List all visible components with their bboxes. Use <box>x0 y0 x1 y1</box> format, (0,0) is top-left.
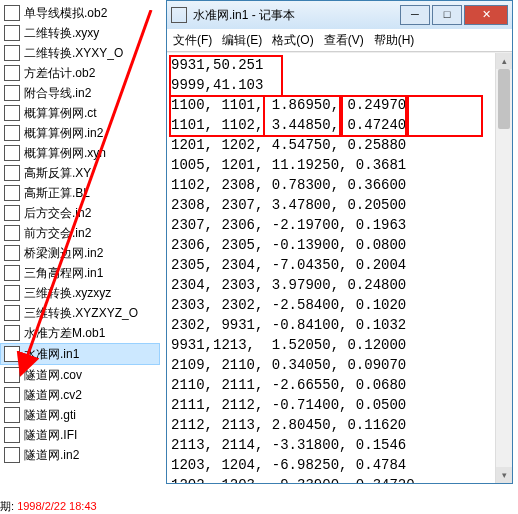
menu-file[interactable]: 文件(F) <box>173 32 212 49</box>
file-name: 方差估计.ob2 <box>24 65 95 82</box>
file-item[interactable]: 隧道网.in2 <box>0 445 160 465</box>
vertical-scrollbar[interactable]: ▴ ▾ <box>495 53 512 483</box>
file-item[interactable]: 水准方差M.ob1 <box>0 323 160 343</box>
file-icon <box>4 145 20 161</box>
file-icon <box>4 305 20 321</box>
file-item[interactable]: 高斯反算.XY <box>0 163 160 183</box>
title-bar[interactable]: 水准网.in1 - 记事本 ─ □ ✕ <box>167 1 512 29</box>
file-item[interactable]: 方差估计.ob2 <box>0 63 160 83</box>
file-icon <box>4 25 20 41</box>
file-name: 隧道网.cv2 <box>24 387 82 404</box>
file-name: 隧道网.cov <box>24 367 82 384</box>
file-item[interactable]: 隧道网.cv2 <box>0 385 160 405</box>
file-name: 后方交会.in2 <box>24 205 91 222</box>
file-icon <box>4 285 20 301</box>
text-content[interactable]: 9931,50.251 9999,41.103 1100, 1101, 1.86… <box>167 53 512 483</box>
file-item[interactable]: 后方交会.in2 <box>0 203 160 223</box>
file-item[interactable]: 隧道网.gti <box>0 405 160 425</box>
file-item[interactable]: 三角高程网.in1 <box>0 263 160 283</box>
file-item[interactable]: 附合导线.in2 <box>0 83 160 103</box>
menu-edit[interactable]: 编辑(E) <box>222 32 262 49</box>
file-name: 概算算例网.in2 <box>24 125 103 142</box>
file-icon <box>4 387 20 403</box>
file-name: 附合导线.in2 <box>24 85 91 102</box>
scroll-down-button[interactable]: ▾ <box>496 467 512 483</box>
file-icon <box>4 125 20 141</box>
file-icon <box>4 5 20 21</box>
file-name: 水准方差M.ob1 <box>24 325 105 342</box>
file-name: 二维转换.XYXY_O <box>24 45 123 62</box>
notepad-icon <box>171 7 187 23</box>
menu-help[interactable]: 帮助(H) <box>374 32 415 49</box>
file-item[interactable]: 前方交会.in2 <box>0 223 160 243</box>
file-icon <box>4 245 20 261</box>
status-date: 1998/2/22 18:43 <box>17 500 97 512</box>
file-name: 高斯正算.BL <box>24 185 90 202</box>
file-icon <box>4 65 20 81</box>
file-item[interactable]: 三维转换.xyzxyz <box>0 283 160 303</box>
file-name: 隧道网.gti <box>24 407 76 424</box>
file-item[interactable]: 隧道网.IFI <box>0 425 160 445</box>
file-icon <box>4 447 20 463</box>
file-item[interactable]: 概算算例网.xyn <box>0 143 160 163</box>
file-icon <box>4 225 20 241</box>
file-item[interactable]: 水准网.in1 <box>0 343 160 365</box>
file-icon <box>4 265 20 281</box>
status-bar: 期: 1998/2/22 18:43 <box>0 499 97 514</box>
file-icon <box>4 427 20 443</box>
file-name: 三角高程网.in1 <box>24 265 103 282</box>
file-item[interactable]: 二维转换.xyxy <box>0 23 160 43</box>
file-name: 三维转换.XYZXYZ_O <box>24 305 138 322</box>
window-title: 水准网.in1 - 记事本 <box>193 7 398 24</box>
file-icon <box>4 85 20 101</box>
status-label: 期: <box>0 500 14 512</box>
file-icon <box>4 205 20 221</box>
menu-bar: 文件(F) 编辑(E) 格式(O) 查看(V) 帮助(H) <box>167 29 512 52</box>
menu-format[interactable]: 格式(O) <box>272 32 313 49</box>
file-name: 水准网.in1 <box>24 346 79 363</box>
file-name: 二维转换.xyxy <box>24 25 99 42</box>
file-icon <box>4 45 20 61</box>
file-item[interactable]: 概算算例网.ct <box>0 103 160 123</box>
file-item[interactable]: 隧道网.cov <box>0 365 160 385</box>
file-item[interactable]: 桥梁测边网.in2 <box>0 243 160 263</box>
file-icon <box>4 407 20 423</box>
file-icon <box>4 325 20 341</box>
file-icon <box>4 185 20 201</box>
scroll-thumb[interactable] <box>498 69 510 129</box>
file-name: 高斯反算.XY <box>24 165 91 182</box>
file-list: 单导线模拟.ob2二维转换.xyxy二维转换.XYXY_O方差估计.ob2附合导… <box>0 0 160 465</box>
file-item[interactable]: 高斯正算.BL <box>0 183 160 203</box>
file-icon <box>4 346 20 362</box>
file-name: 三维转换.xyzxyz <box>24 285 111 302</box>
file-name: 概算算例网.ct <box>24 105 97 122</box>
file-icon <box>4 367 20 383</box>
file-name: 隧道网.in2 <box>24 447 79 464</box>
file-icon <box>4 105 20 121</box>
file-name: 概算算例网.xyn <box>24 145 106 162</box>
file-icon <box>4 165 20 181</box>
minimize-button[interactable]: ─ <box>400 5 430 25</box>
menu-view[interactable]: 查看(V) <box>324 32 364 49</box>
file-name: 桥梁测边网.in2 <box>24 245 103 262</box>
file-name: 隧道网.IFI <box>24 427 77 444</box>
notepad-window: 水准网.in1 - 记事本 ─ □ ✕ 文件(F) 编辑(E) 格式(O) 查看… <box>166 0 513 484</box>
close-button[interactable]: ✕ <box>464 5 508 25</box>
file-item[interactable]: 二维转换.XYXY_O <box>0 43 160 63</box>
maximize-button[interactable]: □ <box>432 5 462 25</box>
text-content-area[interactable]: 9931,50.251 9999,41.103 1100, 1101, 1.86… <box>167 52 512 483</box>
file-item[interactable]: 概算算例网.in2 <box>0 123 160 143</box>
file-name: 单导线模拟.ob2 <box>24 5 107 22</box>
file-item[interactable]: 单导线模拟.ob2 <box>0 3 160 23</box>
scroll-up-button[interactable]: ▴ <box>496 53 512 69</box>
file-item[interactable]: 三维转换.XYZXYZ_O <box>0 303 160 323</box>
file-name: 前方交会.in2 <box>24 225 91 242</box>
